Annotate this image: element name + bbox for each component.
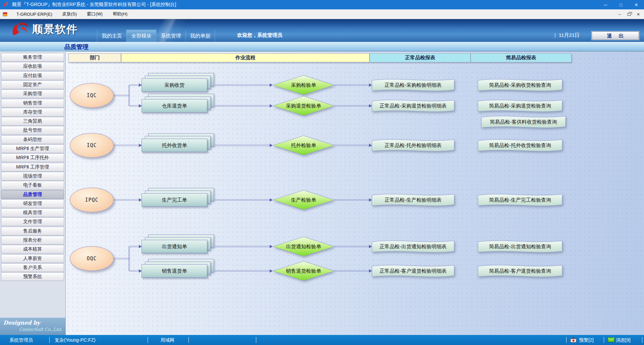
flow-shape-label: 简易品检-客供料收货检验查询 (481, 114, 566, 130)
separator (604, 337, 604, 343)
flow-simple-report[interactable]: 简易品检-出货通知检验查询 (478, 238, 562, 255)
flow-shape-label: 简易品检-生产完工检验查询 (478, 192, 562, 208)
message-icon (608, 337, 614, 343)
sidebar-nav: Designed by CenterSoft Co.,Ltd. 账务管理应收款项… (0, 51, 66, 335)
menubar-items: T-GROUP ERP(E)皮肤(S)窗口(W)帮助(H) (11, 9, 132, 19)
statusbar-host: 复杂(Young-PC:FZ) (55, 337, 96, 343)
flow-simple-report[interactable]: 简易品检-客供料收货检验查询 (481, 114, 566, 130)
sidebar-item[interactable]: 库存管理 (1, 108, 64, 117)
sidebar-item[interactable]: 预警系统 (1, 272, 64, 281)
close-button[interactable]: ✕ (629, 0, 644, 9)
sidebar-item[interactable]: 销售管理 (1, 99, 64, 108)
flow-process-box[interactable]: 采购收货 (142, 78, 207, 92)
menu-item-3[interactable]: 帮助(H) (108, 9, 132, 19)
flow-shape-label: 出货通知检验单 (272, 236, 335, 257)
header-tab-2[interactable]: 系统管理 (156, 30, 185, 42)
flow-decision-diamond[interactable]: 生产检验单 (272, 190, 335, 210)
mdi-close-button[interactable]: ✕ (635, 12, 641, 17)
sidebar-item[interactable]: MRPⅡ 工序管理 (1, 163, 64, 171)
sidebar-item[interactable]: 应收款项 (1, 62, 64, 71)
flow-normal-report[interactable]: 正常品检-生产检验明细表 (372, 192, 454, 208)
flow-process-box[interactable]: 仓库退货单 (142, 99, 207, 113)
maximize-button[interactable]: □ (613, 0, 629, 9)
sidebar-item[interactable]: 现场管理 (1, 172, 64, 181)
sidebar-item[interactable]: 三角贸易 (1, 117, 64, 126)
flow-normal-report[interactable]: 正常品检-采购退货检验明细表 (372, 97, 454, 114)
mdi-minimize-button[interactable]: ─ (616, 12, 623, 17)
menu-item-1[interactable]: 皮肤(S) (57, 9, 82, 19)
sidebar-item[interactable]: 应付款项 (1, 71, 64, 80)
sidebar-item[interactable]: 采购管理 (1, 89, 64, 98)
flow-shape-label: 简易品检-客户退货检验查询 (478, 263, 562, 279)
alert-icon (570, 337, 577, 344)
sidebar-item[interactable]: 条码管控 (1, 135, 64, 144)
statusbar-messages[interactable]: 消息[9] (616, 337, 631, 343)
flow-simple-report[interactable]: 简易品检-生产完工检验查询 (478, 192, 562, 208)
separator (256, 337, 256, 343)
app-logo-icon (3, 2, 9, 8)
sidebar-item[interactable]: 人事薪资 (1, 254, 64, 263)
flow-decision-diamond[interactable]: 托外检验单 (272, 135, 335, 156)
header-tab-0[interactable]: 我的主页 (97, 30, 126, 42)
flow-canvas: 部门作业流程正常品检报表简易品检报表IQC采购收货采购检验单正常品检-采购检验明… (66, 51, 644, 335)
flow-column-header: 正常品检报表 (370, 53, 471, 62)
flow-column-header: 作业流程 (121, 53, 370, 62)
separator (148, 337, 148, 343)
designed-by-text: Designed by (3, 320, 40, 326)
sidebar-item[interactable]: MRPⅡ 工序托外 (1, 153, 64, 162)
menu-item-0[interactable]: T-GROUP ERP(E) (11, 9, 57, 19)
flow-decision-diamond[interactable]: 采购退货检验单 (272, 95, 335, 116)
sidebar-item[interactable]: 报表分析 (1, 236, 64, 245)
menu-item-2[interactable]: 窗口(W) (82, 9, 108, 19)
flow-decision-diamond[interactable]: 出货通知检验单 (272, 236, 335, 257)
sidebar-item[interactable]: 研发管理 (1, 199, 64, 208)
flow-simple-report[interactable]: 简易品检-客户退货检验查询 (478, 263, 562, 279)
app-logo: 顺景软件 (11, 22, 78, 37)
titlebar[interactable]: 顺景『T-GROUP』制造业ERP系统 - 东莞顺景软件科技有限公司 - [系统… (0, 0, 644, 9)
minimize-button[interactable]: ─ (598, 0, 613, 9)
sidebar-item[interactable]: 品质管理 (1, 190, 64, 199)
flow-process-box[interactable]: 托外收货单 (142, 139, 207, 152)
logo-swoosh-icon (11, 22, 29, 37)
sidebar-item[interactable]: 成本核算 (1, 245, 64, 254)
sidebar-item[interactable]: 模具管理 (1, 208, 64, 217)
flow-simple-report[interactable]: 简易品检-采购收货检验查询 (478, 77, 562, 93)
flow-normal-report[interactable]: 正常品检-出货通知检验明细表 (372, 238, 454, 255)
sidebar-item[interactable]: 客户关系 (1, 263, 64, 272)
sidebar-item[interactable]: 售后服务 (1, 227, 64, 235)
date-text: 11月21日 (559, 32, 580, 39)
flow-dept-ellipse: IPQC (70, 188, 114, 212)
exit-button[interactable]: 退 出 (592, 31, 639, 40)
flow-column-header: 简易品检报表 (471, 53, 572, 62)
flow-normal-report[interactable]: 正常品检-托外检验明细表 (372, 137, 454, 154)
header-tab-1[interactable]: 全部模块 (126, 30, 156, 42)
flow-simple-report[interactable]: 简易品检-托外收货检验查询 (478, 137, 562, 154)
flow-shape-label: 采购退货检验单 (272, 95, 335, 116)
sidebar-item[interactable]: 固定资产 (1, 80, 64, 89)
flow-process-box[interactable]: 生产完工单 (142, 193, 207, 207)
flow-shape-label: 正常品检-生产检验明细表 (372, 192, 454, 208)
menubar: T-GROUP ERP(E)皮肤(S)窗口(W)帮助(H) ─ ✕ (0, 9, 644, 19)
flow-shape-label: 简易品检-采购收货检验查询 (478, 77, 562, 93)
flow-normal-report[interactable]: 正常品检-客户退货检验明细表 (372, 263, 454, 279)
flow-dept-ellipse: IQC (70, 133, 114, 158)
flow-simple-report[interactable]: 简易品检-采购退货检验查询 (478, 97, 562, 114)
flow-decision-diamond[interactable]: 采购检验单 (272, 75, 335, 95)
flow-shape-label: 采购检验单 (272, 75, 335, 95)
flow-normal-report[interactable]: 正常品检-采购检验明细表 (372, 77, 454, 93)
mdi-restore-button[interactable] (626, 12, 632, 17)
header-tab-3[interactable]: 我的单据 (185, 30, 215, 42)
flow-process-box[interactable]: 销售退货单 (142, 264, 207, 278)
statusbar-alerts[interactable]: 预警[2] (579, 337, 594, 343)
app-header: 顺景软件 我的主页全部模块系统管理我的单据 欢迎您，系统管理员 | 11月21日… (0, 19, 644, 42)
flow-decision-diamond[interactable]: 销售退货检验单 (272, 261, 335, 281)
sidebar-item[interactable]: 账务管理 (1, 53, 64, 62)
sidebar-item[interactable]: 批号管控 (1, 126, 64, 135)
flow-process-box[interactable]: 出货通知单 (142, 240, 207, 253)
statusbar-user: 系统管理员 (9, 337, 33, 343)
sidebar-item[interactable]: 电子看板 (1, 181, 64, 190)
flow-column-header: 部门 (68, 53, 121, 62)
sidebar-item[interactable]: MRPⅡ 生产管理 (1, 144, 64, 153)
flow-shape-label: 销售退货检验单 (272, 261, 335, 281)
sidebar-item[interactable]: 文件管理 (1, 217, 64, 226)
